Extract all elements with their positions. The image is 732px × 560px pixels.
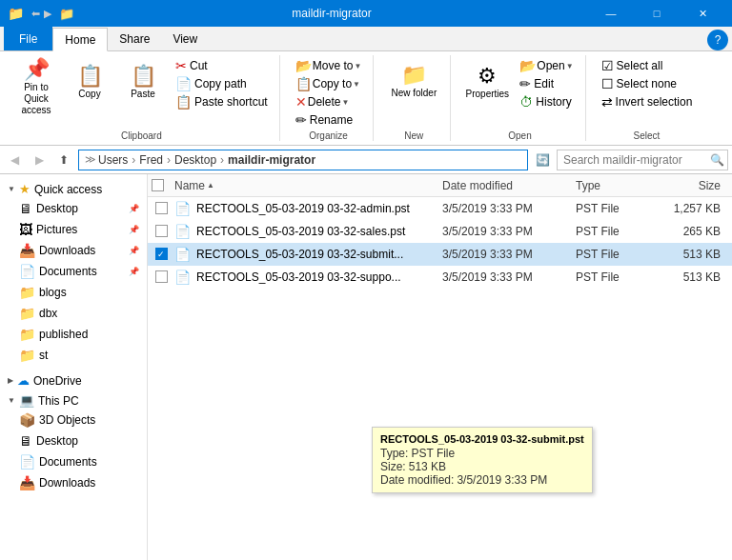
row-check-1[interactable] bbox=[152, 202, 171, 214]
sidebar-item-documents-pc[interactable]: 📄 Documents bbox=[0, 451, 147, 472]
address-path[interactable]: ≫ Users › Fred › Desktop › maildir-migra… bbox=[78, 150, 528, 170]
path-arrow: ≫ bbox=[85, 153, 96, 166]
row-check-3[interactable]: ✓ bbox=[152, 248, 171, 260]
col-date-header[interactable]: Date modified bbox=[442, 179, 576, 192]
sidebar-pictures-label: Pictures bbox=[36, 223, 125, 236]
sidebar-item-documents[interactable]: 📄 Documents 📌 bbox=[0, 261, 147, 282]
checkbox-1[interactable] bbox=[155, 202, 168, 214]
table-row[interactable]: 📄 RECTOOLS_05-03-2019 03-32-suppo... 3/5… bbox=[148, 266, 732, 289]
tab-view[interactable]: View bbox=[161, 27, 209, 50]
thispc-header[interactable]: ▼ 💻 This PC bbox=[0, 390, 147, 410]
tab-home[interactable]: Home bbox=[52, 28, 108, 51]
cut-icon: ✂ bbox=[175, 58, 187, 73]
table-row[interactable]: 📄 RECTOOLS_05-03-2019 03-32-sales.pst 3/… bbox=[148, 220, 732, 243]
edit-icon: ✏ bbox=[519, 76, 531, 91]
sidebar-item-3dobjects[interactable]: 📦 3D Objects bbox=[0, 410, 147, 430]
downloads-pc-icon: 📥 bbox=[19, 475, 35, 490]
clipboard-group-label: Clipboard bbox=[11, 129, 272, 141]
paste-button[interactable]: 📋 Paste bbox=[118, 57, 168, 107]
sidebar-item-st[interactable]: 📁 st bbox=[0, 345, 147, 366]
row-check-2[interactable] bbox=[152, 225, 171, 237]
tab-share[interactable]: Share bbox=[108, 27, 161, 50]
search-input[interactable] bbox=[563, 153, 706, 167]
open-secondary: 📂 Open ▼ ✏ Edit ⏱ History bbox=[516, 57, 577, 110]
pst-icon-2: 📄 bbox=[174, 224, 191, 239]
quick-access-icon-2: ▶ bbox=[44, 8, 51, 20]
path-part-fred[interactable]: Fred bbox=[139, 153, 163, 167]
select-items: ☑ Select all ☐ Select none ⇄ Invert sele… bbox=[598, 55, 697, 129]
sidebar-item-dbx[interactable]: 📁 dbx bbox=[0, 303, 147, 324]
sidebar-item-desktop[interactable]: 🖥 Desktop 📌 bbox=[0, 198, 147, 219]
path-part-maildir[interactable]: maildir-migrator bbox=[228, 153, 315, 167]
copy-button[interactable]: 📋 Copy bbox=[65, 57, 114, 107]
sidebar-item-pictures[interactable]: 🖼 Pictures 📌 bbox=[0, 219, 147, 240]
move-to-button[interactable]: 📂 Move to ▼ bbox=[292, 57, 366, 74]
paste-icon: 📋 bbox=[131, 66, 156, 87]
copy-path-button[interactable]: 📄 Copy path bbox=[172, 75, 272, 92]
thispc-expand-icon: ▼ bbox=[8, 396, 15, 405]
close-button[interactable]: ✕ bbox=[681, 0, 724, 27]
row-check-4[interactable] bbox=[152, 270, 171, 283]
file-type-2: PST File bbox=[576, 225, 652, 238]
sidebar-scroll[interactable]: ▼ ★ Quick access 🖥 Desktop 📌 🖼 Pictures … bbox=[0, 174, 147, 560]
open-group-label: Open bbox=[462, 129, 577, 141]
select-none-button[interactable]: ☐ Select none bbox=[598, 75, 697, 92]
help-button[interactable]: ? bbox=[707, 30, 728, 50]
table-row[interactable]: 📄 RECTOOLS_05-03-2019 03-32-admin.pst 3/… bbox=[148, 197, 732, 220]
table-row[interactable]: ✓ 📄 RECTOOLS_05-03-2019 03-32-submit... … bbox=[148, 243, 732, 266]
sidebar-item-blogs[interactable]: 📁 blogs bbox=[0, 282, 147, 303]
header-checkbox[interactable] bbox=[152, 179, 171, 191]
col-size-header[interactable]: Size bbox=[652, 179, 728, 192]
tab-file[interactable]: File bbox=[4, 27, 52, 50]
select-all-checkbox[interactable] bbox=[152, 179, 164, 191]
properties-button[interactable]: ⚙ Properties bbox=[462, 57, 512, 107]
checkbox-4[interactable] bbox=[155, 270, 168, 283]
sidebar-blogs-label: blogs bbox=[39, 286, 139, 299]
paste-shortcut-button[interactable]: 📋 Paste shortcut bbox=[172, 93, 272, 110]
path-part-users[interactable]: Users bbox=[98, 153, 128, 167]
checkbox-3[interactable]: ✓ bbox=[155, 248, 168, 260]
col-type-header[interactable]: Type bbox=[576, 179, 652, 192]
forward-button[interactable]: ▶ bbox=[29, 150, 50, 170]
sidebar-item-desktop-pc[interactable]: 🖥 Desktop bbox=[0, 430, 147, 451]
history-button[interactable]: ⏱ History bbox=[516, 93, 577, 110]
quick-access-header[interactable]: ▼ ★ Quick access bbox=[0, 178, 147, 198]
open-group: ⚙ Properties 📂 Open ▼ ✏ Edit ⏱ History bbox=[458, 55, 585, 141]
file-size-3: 513 KB bbox=[652, 248, 728, 261]
new-folder-button[interactable]: 📁 New folder bbox=[385, 57, 442, 107]
copy-to-button[interactable]: 📋 Copy to ▼ bbox=[292, 75, 366, 92]
sidebar-item-downloads-pc[interactable]: 📥 Downloads bbox=[0, 472, 147, 493]
organize-items: 📂 Move to ▼ 📋 Copy to ▼ ✕ Delete ▼ ✏ Ren… bbox=[292, 55, 366, 129]
pin-label: Pin to Quick access bbox=[13, 82, 59, 116]
open-button[interactable]: 📂 Open ▼ bbox=[516, 57, 577, 74]
checkbox-2[interactable] bbox=[155, 225, 168, 237]
delete-button[interactable]: ✕ Delete ▼ bbox=[292, 93, 366, 110]
search-box[interactable]: 🔍 bbox=[557, 150, 728, 170]
onedrive-header[interactable]: ▶ ☁ OneDrive bbox=[0, 370, 147, 390]
title-bar: 📁 ⬅ ▶ 📁 maildir-migrator — □ ✕ bbox=[0, 0, 732, 27]
col-name-header[interactable]: Name ▲ bbox=[171, 179, 442, 192]
copy-icon: 📋 bbox=[77, 66, 103, 87]
rename-button[interactable]: ✏ Rename bbox=[292, 111, 366, 129]
minimize-button[interactable]: — bbox=[589, 0, 633, 27]
up-button[interactable]: ⬆ bbox=[53, 150, 74, 170]
onedrive-expand-icon: ▶ bbox=[8, 376, 13, 385]
sidebar-item-downloads[interactable]: 📥 Downloads 📌 bbox=[0, 240, 147, 261]
file-date-4: 3/5/2019 3:33 PM bbox=[442, 270, 576, 284]
back-button[interactable]: ◀ bbox=[4, 150, 25, 170]
maximize-button[interactable]: □ bbox=[635, 0, 679, 27]
select-none-icon: ☐ bbox=[601, 76, 614, 91]
refresh-button[interactable]: 🔄 bbox=[532, 150, 553, 170]
desktop-icon: 🖥 bbox=[19, 201, 32, 216]
copy-to-icon: 📋 bbox=[295, 76, 312, 91]
file-date-2: 3/5/2019 3:33 PM bbox=[442, 225, 576, 238]
tooltip-date-value: 3/5/2019 3:33 PM bbox=[457, 473, 547, 487]
sidebar-item-published[interactable]: 📁 published bbox=[0, 324, 147, 345]
move-to-icon: 📂 bbox=[295, 58, 312, 73]
edit-button[interactable]: ✏ Edit bbox=[516, 75, 577, 92]
select-all-button[interactable]: ☑ Select all bbox=[598, 57, 697, 74]
path-part-desktop[interactable]: Desktop bbox=[174, 153, 216, 167]
invert-selection-button[interactable]: ⇄ Invert selection bbox=[598, 93, 697, 110]
pin-quick-access-button[interactable]: 📌 Pin to Quick access bbox=[11, 57, 61, 118]
cut-button[interactable]: ✂ Cut bbox=[172, 57, 272, 74]
